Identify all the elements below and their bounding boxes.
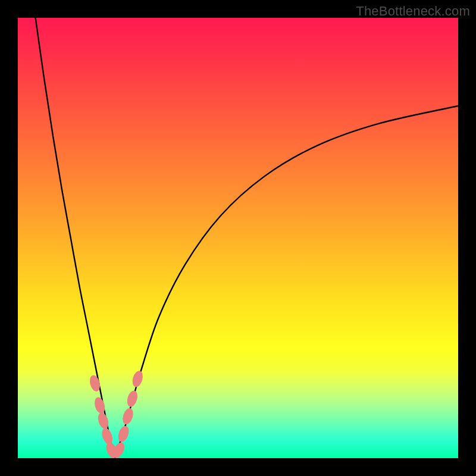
highlight-marker xyxy=(116,424,131,443)
right-branch-path xyxy=(115,106,458,458)
marker-group xyxy=(88,369,145,460)
highlight-marker xyxy=(126,389,139,408)
highlight-marker xyxy=(131,369,145,388)
chart-frame: TheBottleneck.com xyxy=(0,0,476,476)
highlight-marker xyxy=(121,407,135,426)
highlight-marker xyxy=(100,427,114,446)
left-branch-path xyxy=(36,18,115,458)
curve-group xyxy=(36,18,458,458)
curve-layer xyxy=(0,0,476,476)
